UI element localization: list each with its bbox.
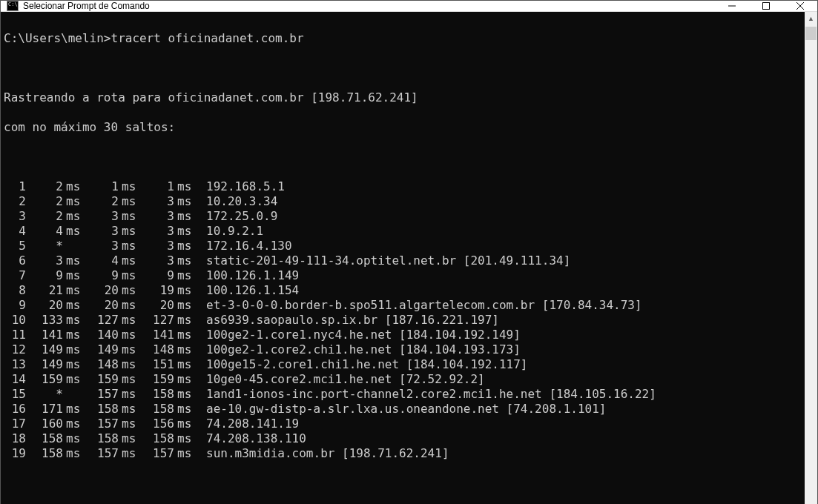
hop-time: 160ms	[26, 417, 82, 431]
hops-list: 12ms1ms1ms192.168.5.122ms2ms3ms10.20.3.3…	[4, 179, 802, 461]
hop-number: 7	[4, 268, 26, 283]
hop-time: 3ms	[137, 253, 193, 268]
blank-line	[4, 476, 802, 491]
hop-host: static-201-49-111-34.optitel.net.br [201…	[193, 253, 570, 268]
hop-time: 3ms	[137, 209, 193, 224]
hop-host: 100.126.1.154	[193, 283, 299, 298]
window-controls	[715, 1, 817, 11]
hop-time: 3ms	[137, 194, 193, 209]
hop-time: 158ms	[137, 387, 193, 402]
vertical-scrollbar[interactable]: ▲ ▼	[805, 12, 817, 504]
hop-row: 17160ms157ms156ms74.208.141.19	[4, 417, 802, 431]
hop-time: 20ms	[137, 298, 193, 313]
hop-time: 127ms	[137, 313, 193, 328]
hop-time: 151ms	[137, 357, 193, 372]
hop-row: 22ms2ms3ms10.20.3.34	[4, 194, 802, 209]
hop-time: 141ms	[137, 328, 193, 342]
trace-header-1: Rastreando a rota para oficinadanet.com.…	[4, 90, 802, 105]
hop-row: 12149ms149ms148ms100ge2-1.core2.chi1.he.…	[4, 342, 802, 357]
hop-number: 13	[4, 357, 26, 372]
hop-time: 149ms	[82, 342, 137, 357]
hop-time: 159ms	[82, 372, 137, 387]
hop-time: 148ms	[137, 342, 193, 357]
hop-host: 1and1-ionos-inc.port-channel2.core2.mci1…	[193, 387, 656, 402]
hop-time: 148ms	[82, 357, 137, 372]
hop-number: 11	[4, 328, 26, 342]
hop-host: 100ge2-1.core2.chi1.he.net [184.104.193.…	[193, 342, 521, 357]
cmd-window: Selecionar Prompt de Comando C:\Users\me…	[0, 0, 818, 504]
hop-time: 158ms	[26, 431, 82, 446]
hop-row: 13149ms148ms151ms100ge15-2.core1.chi1.he…	[4, 357, 802, 372]
maximize-button[interactable]	[749, 1, 783, 11]
hop-time: 2ms	[82, 194, 137, 209]
prompt-path: C:\Users\melin>	[4, 31, 111, 45]
hop-time: 158ms	[82, 431, 137, 446]
hop-time: 158ms	[26, 446, 82, 461]
titlebar[interactable]: Selecionar Prompt de Comando	[1, 1, 817, 12]
hop-row: 19158ms157ms157mssun.m3midia.com.br [198…	[4, 446, 802, 461]
hop-row: 63ms4ms3msstatic-201-49-111-34.optitel.n…	[4, 253, 802, 268]
hop-time: 159ms	[26, 372, 82, 387]
hop-row: 79ms9ms9ms100.126.1.149	[4, 268, 802, 283]
hop-number: 9	[4, 298, 26, 313]
window-body: C:\Users\melin>tracert oficinadanet.com.…	[1, 12, 817, 504]
hop-time: 158ms	[137, 402, 193, 417]
hop-row: 920ms20ms20mset-3-0-0-0.border-b.spo511.…	[4, 298, 802, 313]
hop-row: 16171ms158ms158msae-10.gw-distp-a.slr.lx…	[4, 402, 802, 417]
hop-time: 141ms	[26, 328, 82, 342]
hop-row: 32ms3ms3ms172.25.0.9	[4, 209, 802, 224]
hop-time: 3ms	[82, 224, 137, 239]
hop-time: 171ms	[26, 402, 82, 417]
hop-time: 2ms	[26, 194, 82, 209]
hop-time: 127ms	[82, 313, 137, 328]
hop-time: 3ms	[26, 253, 82, 268]
hop-time: 149ms	[26, 357, 82, 372]
hop-number: 8	[4, 283, 26, 298]
hop-host: 100ge2-1.core1.nyc4.he.net [184.104.192.…	[193, 328, 521, 342]
hop-time: 156ms	[137, 417, 193, 431]
hop-time: 9ms	[26, 268, 82, 283]
hop-time: 21ms	[26, 283, 82, 298]
hop-time: 158ms	[82, 402, 137, 417]
hop-row: 15*157ms158ms1and1-ionos-inc.port-channe…	[4, 387, 802, 402]
scroll-up-arrow-icon[interactable]: ▲	[805, 12, 817, 24]
hop-time: 159ms	[137, 372, 193, 387]
hop-time: 20ms	[26, 298, 82, 313]
hop-host: 10.9.2.1	[193, 224, 263, 239]
hop-time: 158ms	[137, 431, 193, 446]
minimize-button[interactable]	[715, 1, 749, 11]
hop-row: 18158ms158ms158ms74.208.138.110	[4, 431, 802, 446]
hop-time: 157ms	[82, 387, 137, 402]
hop-row: 821ms20ms19ms100.126.1.154	[4, 283, 802, 298]
hop-time: 19ms	[137, 283, 193, 298]
terminal-output[interactable]: C:\Users\melin>tracert oficinadanet.com.…	[1, 12, 805, 504]
hop-number: 4	[4, 224, 26, 239]
hop-number: 18	[4, 431, 26, 446]
hop-number: 15	[4, 387, 26, 402]
hop-time: 3ms	[82, 239, 137, 253]
blank-line	[4, 61, 802, 76]
hop-time: *	[26, 387, 82, 402]
hop-row: 11141ms140ms141ms100ge2-1.core1.nyc4.he.…	[4, 328, 802, 342]
hop-number: 1	[4, 179, 26, 194]
hop-host: 74.208.138.110	[193, 431, 306, 446]
hop-number: 6	[4, 253, 26, 268]
close-button[interactable]	[783, 1, 817, 11]
hop-time: 140ms	[82, 328, 137, 342]
scroll-thumb[interactable]	[805, 27, 817, 40]
hop-time: 2ms	[26, 209, 82, 224]
hop-time: 3ms	[137, 224, 193, 239]
hop-number: 14	[4, 372, 26, 387]
hop-number: 2	[4, 194, 26, 209]
hop-number: 5	[4, 239, 26, 253]
hop-time: 157ms	[82, 446, 137, 461]
hop-number: 19	[4, 446, 26, 461]
cmd-icon	[7, 1, 19, 11]
hop-host: 74.208.141.19	[193, 417, 299, 431]
trace-header-2: com no máximo 30 saltos:	[4, 120, 802, 135]
hop-row: 5*3ms3ms172.16.4.130	[4, 239, 802, 253]
hop-time: 9ms	[82, 268, 137, 283]
hop-time: 157ms	[82, 417, 137, 431]
hop-time: 1ms	[137, 179, 193, 194]
hop-host: 100.126.1.149	[193, 268, 299, 283]
